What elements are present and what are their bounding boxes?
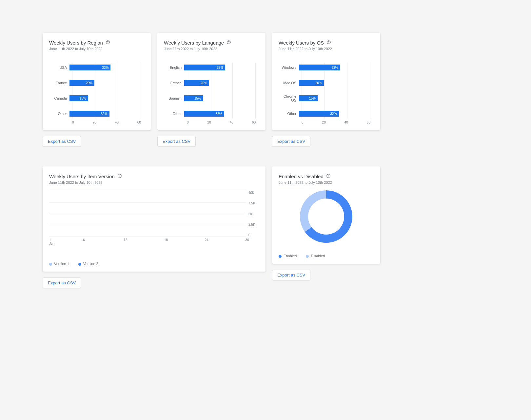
export-os-button[interactable]: Export as CSV xyxy=(272,136,310,147)
version-legend: Version 1 Version 2 xyxy=(49,262,259,266)
hbar-row: Canada 15% xyxy=(49,95,144,101)
svg-point-9 xyxy=(328,177,328,177)
region-title: Weekly Users by Region xyxy=(49,40,144,46)
hbar-row: Other 32% xyxy=(164,111,259,117)
export-version-button[interactable]: Export as CSV xyxy=(43,277,81,288)
version-chart xyxy=(49,191,246,237)
region-card: Weekly Users by Region June 11th 2022 to… xyxy=(43,33,151,130)
enabled-donut-chart xyxy=(300,190,352,243)
hbar-fill: 32% xyxy=(184,111,224,117)
hbar-row: Mac OS 20% xyxy=(279,80,374,86)
date-range: June 11th 2022 to July 10th 2022 xyxy=(49,181,259,184)
hbar-label: USA xyxy=(49,66,69,69)
enabled-card: Enabled vs Disabled June 11th 2022 to Ju… xyxy=(272,166,380,264)
hbar-label: France xyxy=(49,81,69,85)
hbar-label: Mac OS xyxy=(279,81,299,85)
version-block: Weekly Users by Item Version June 11th 2… xyxy=(43,166,266,288)
hbar-fill: 33% xyxy=(299,65,340,70)
os-card: Weekly Users by OS June 11th 2022 to Jul… xyxy=(272,33,380,130)
hbar-fill: 32% xyxy=(299,111,339,117)
hbar-fill: 20% xyxy=(299,80,324,86)
os-chart: Windows 33% Mac OS 20% Chrome OS 15% Oth… xyxy=(279,63,374,124)
hbar-label: Other xyxy=(49,112,69,116)
region-block: Weekly Users by Region June 11th 2022 to… xyxy=(43,33,151,147)
help-icon[interactable] xyxy=(326,40,331,46)
language-chart: English 33% French 20% Spanish 15% Other… xyxy=(164,63,259,124)
hbar-fill: 32% xyxy=(69,111,109,117)
legend-item-version2: Version 2 xyxy=(78,262,98,266)
hbar-label: Chrome OS xyxy=(279,94,299,102)
svg-point-3 xyxy=(229,43,229,44)
version-card: Weekly Users by Item Version June 11th 2… xyxy=(43,166,266,272)
hbar-fill: 20% xyxy=(184,80,209,86)
os-block: Weekly Users by OS June 11th 2022 to Jul… xyxy=(272,33,380,147)
hbar-label: Other xyxy=(164,112,184,116)
hbar-fill: 15% xyxy=(69,95,88,101)
hbar-row: USA 33% xyxy=(49,65,144,70)
hbar-row: English 33% xyxy=(164,65,259,70)
hbar-fill: 15% xyxy=(299,95,318,101)
hbar-fill: 15% xyxy=(184,95,203,101)
region-chart: USA 33% France 20% Canada 15% Other 32% … xyxy=(49,63,144,124)
svg-point-7 xyxy=(120,177,120,177)
hbar-row: Other 32% xyxy=(279,111,374,117)
hbar-xaxis: 0204060 xyxy=(72,121,141,124)
enabled-legend: Enabled Disabled xyxy=(279,254,374,258)
hbar-fill: 20% xyxy=(69,80,94,86)
hbar-row: French 20% xyxy=(164,80,259,86)
export-enabled-button[interactable]: Export as CSV xyxy=(272,270,310,280)
language-card: Weekly Users by Language June 11th 2022 … xyxy=(157,33,266,130)
svg-point-1 xyxy=(108,43,108,44)
hbar-row: Other 32% xyxy=(49,111,144,117)
svg-point-5 xyxy=(329,43,329,44)
legend-item-version1: Version 1 xyxy=(49,262,69,266)
hbar-label: English xyxy=(164,66,184,69)
hbar-xaxis: 0204060 xyxy=(187,121,256,124)
help-icon[interactable] xyxy=(226,40,231,46)
date-range: June 11th 2022 to July 10th 2022 xyxy=(164,47,259,51)
hbar-label: Other xyxy=(279,112,299,116)
hbar-fill: 33% xyxy=(69,65,110,70)
version-xaxis: 1 Jun612182430 xyxy=(49,238,259,245)
language-block: Weekly Users by Language June 11th 2022 … xyxy=(157,33,266,147)
hbar-row: Spanish 15% xyxy=(164,95,259,101)
card-title-text: Weekly Users by Language xyxy=(164,40,224,46)
hbar-label: French xyxy=(164,81,184,85)
card-title-text: Weekly Users by Item Version xyxy=(49,174,115,179)
version-yaxis: 10K7.5K5K2.5K0 xyxy=(246,191,259,237)
enabled-block: Enabled vs Disabled June 11th 2022 to Ju… xyxy=(272,166,380,288)
hbar-fill: 33% xyxy=(184,65,225,70)
hbar-label: Spanish xyxy=(164,96,184,100)
legend-item-enabled: Enabled xyxy=(279,254,297,258)
date-range: June 11th 2022 to July 10th 2022 xyxy=(49,47,144,51)
hbar-label: Windows xyxy=(279,66,299,69)
card-title-text: Weekly Users by Region xyxy=(49,40,103,46)
export-language-button[interactable]: Export as CSV xyxy=(157,136,196,147)
help-icon[interactable] xyxy=(117,174,122,179)
hbar-row: Windows 33% xyxy=(279,65,374,70)
date-range: June 11th 2022 to July 10th 2022 xyxy=(279,47,374,51)
export-region-button[interactable]: Export as CSV xyxy=(43,136,81,147)
hbar-row: Chrome OS 15% xyxy=(279,95,374,101)
hbar-label: Canada xyxy=(49,96,69,100)
hbar-xaxis: 0204060 xyxy=(302,121,370,124)
date-range: June 11th 2022 to July 10th 2022 xyxy=(279,181,374,184)
legend-item-disabled: Disabled xyxy=(306,254,325,258)
card-title-text: Enabled vs Disabled xyxy=(279,174,324,179)
hbar-row: France 20% xyxy=(49,80,144,86)
help-icon[interactable] xyxy=(106,40,110,46)
help-icon[interactable] xyxy=(326,174,331,179)
card-title-text: Weekly Users by OS xyxy=(279,40,324,46)
